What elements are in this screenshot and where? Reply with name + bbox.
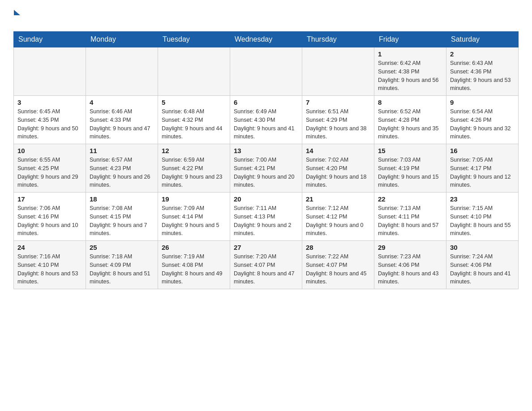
weekday-header-tuesday: Tuesday bbox=[158, 32, 230, 47]
day-info: Sunrise: 6:54 AMSunset: 4:26 PMDaylight:… bbox=[450, 107, 515, 141]
day-info: Sunrise: 6:48 AMSunset: 4:32 PMDaylight:… bbox=[162, 107, 226, 141]
calendar-day-cell: 26Sunrise: 7:19 AMSunset: 4:08 PMDayligh… bbox=[158, 241, 230, 289]
day-number: 2 bbox=[450, 50, 515, 58]
calendar-day-cell: 14Sunrise: 7:02 AMSunset: 4:20 PMDayligh… bbox=[302, 144, 374, 193]
weekday-header-sunday: Sunday bbox=[14, 32, 86, 47]
calendar-day-cell: 20Sunrise: 7:11 AMSunset: 4:13 PMDayligh… bbox=[230, 193, 302, 241]
day-number: 3 bbox=[17, 98, 82, 106]
day-info: Sunrise: 7:13 AMSunset: 4:11 PMDaylight:… bbox=[378, 204, 442, 238]
logo bbox=[13, 9, 20, 27]
calendar-day-cell: 3Sunrise: 6:45 AMSunset: 4:35 PMDaylight… bbox=[14, 96, 86, 144]
day-info: Sunrise: 7:06 AMSunset: 4:16 PMDaylight:… bbox=[17, 204, 82, 238]
calendar-day-cell: 4Sunrise: 6:46 AMSunset: 4:33 PMDaylight… bbox=[86, 96, 158, 144]
day-info: Sunrise: 6:57 AMSunset: 4:23 PMDaylight:… bbox=[90, 156, 154, 189]
calendar-day-cell: 11Sunrise: 6:57 AMSunset: 4:23 PMDayligh… bbox=[86, 144, 158, 193]
day-info: Sunrise: 6:46 AMSunset: 4:33 PMDaylight:… bbox=[90, 107, 154, 141]
calendar-table: SundayMondayTuesdayWednesdayThursdayFrid… bbox=[13, 31, 519, 289]
weekday-header-thursday: Thursday bbox=[302, 32, 374, 47]
day-number: 14 bbox=[306, 147, 370, 154]
day-number: 30 bbox=[450, 244, 515, 251]
day-number: 12 bbox=[162, 147, 226, 154]
calendar-week-row: 24Sunrise: 7:16 AMSunset: 4:10 PMDayligh… bbox=[14, 241, 519, 289]
day-number: 18 bbox=[90, 195, 154, 203]
day-number: 15 bbox=[378, 147, 442, 154]
day-info: Sunrise: 6:52 AMSunset: 4:28 PMDaylight:… bbox=[378, 107, 442, 141]
day-number: 16 bbox=[450, 147, 515, 154]
day-info: Sunrise: 6:59 AMSunset: 4:22 PMDaylight:… bbox=[162, 156, 226, 189]
calendar-day-cell: 6Sunrise: 6:49 AMSunset: 4:30 PMDaylight… bbox=[230, 96, 302, 144]
weekday-header-saturday: Saturday bbox=[446, 32, 519, 47]
day-number: 13 bbox=[234, 147, 298, 154]
calendar-day-cell bbox=[302, 47, 374, 96]
calendar-day-cell: 12Sunrise: 6:59 AMSunset: 4:22 PMDayligh… bbox=[158, 144, 230, 193]
weekday-header-row: SundayMondayTuesdayWednesdayThursdayFrid… bbox=[14, 32, 519, 47]
day-info: Sunrise: 7:09 AMSunset: 4:14 PMDaylight:… bbox=[162, 204, 226, 238]
calendar-day-cell: 25Sunrise: 7:18 AMSunset: 4:09 PMDayligh… bbox=[86, 241, 158, 289]
calendar-week-row: 10Sunrise: 6:55 AMSunset: 4:25 PMDayligh… bbox=[14, 144, 519, 193]
calendar-week-row: 1Sunrise: 6:42 AMSunset: 4:38 PMDaylight… bbox=[14, 47, 519, 96]
day-number: 29 bbox=[378, 244, 442, 251]
calendar-day-cell: 30Sunrise: 7:24 AMSunset: 4:06 PMDayligh… bbox=[446, 241, 519, 289]
day-info: Sunrise: 7:15 AMSunset: 4:10 PMDaylight:… bbox=[450, 204, 515, 238]
day-number: 22 bbox=[378, 195, 442, 203]
calendar-week-row: 17Sunrise: 7:06 AMSunset: 4:16 PMDayligh… bbox=[14, 193, 519, 241]
logo-arrow-icon bbox=[14, 10, 20, 15]
day-info: Sunrise: 7:03 AMSunset: 4:19 PMDaylight:… bbox=[378, 156, 442, 189]
calendar-day-cell: 7Sunrise: 6:51 AMSunset: 4:29 PMDaylight… bbox=[302, 96, 374, 144]
weekday-header-monday: Monday bbox=[86, 32, 158, 47]
day-info: Sunrise: 7:11 AMSunset: 4:13 PMDaylight:… bbox=[234, 204, 298, 238]
day-number: 4 bbox=[90, 98, 154, 106]
page-header bbox=[13, 9, 519, 27]
calendar-day-cell: 27Sunrise: 7:20 AMSunset: 4:07 PMDayligh… bbox=[230, 241, 302, 289]
day-number: 24 bbox=[17, 244, 82, 251]
day-info: Sunrise: 6:42 AMSunset: 4:38 PMDaylight:… bbox=[378, 59, 442, 93]
day-number: 10 bbox=[17, 147, 82, 154]
day-info: Sunrise: 7:20 AMSunset: 4:07 PMDaylight:… bbox=[234, 253, 298, 286]
day-number: 1 bbox=[378, 50, 442, 58]
calendar-day-cell: 21Sunrise: 7:12 AMSunset: 4:12 PMDayligh… bbox=[302, 193, 374, 241]
calendar-day-cell: 24Sunrise: 7:16 AMSunset: 4:10 PMDayligh… bbox=[14, 241, 86, 289]
calendar-day-cell: 15Sunrise: 7:03 AMSunset: 4:19 PMDayligh… bbox=[374, 144, 446, 193]
day-info: Sunrise: 7:16 AMSunset: 4:10 PMDaylight:… bbox=[17, 253, 82, 286]
day-number: 8 bbox=[378, 98, 442, 106]
calendar-day-cell: 16Sunrise: 7:05 AMSunset: 4:17 PMDayligh… bbox=[446, 144, 519, 193]
day-number: 27 bbox=[234, 244, 298, 251]
calendar-day-cell: 28Sunrise: 7:22 AMSunset: 4:07 PMDayligh… bbox=[302, 241, 374, 289]
day-info: Sunrise: 7:24 AMSunset: 4:06 PMDaylight:… bbox=[450, 253, 515, 286]
day-info: Sunrise: 6:43 AMSunset: 4:36 PMDaylight:… bbox=[450, 59, 515, 93]
calendar-day-cell: 5Sunrise: 6:48 AMSunset: 4:32 PMDaylight… bbox=[158, 96, 230, 144]
day-info: Sunrise: 7:18 AMSunset: 4:09 PMDaylight:… bbox=[90, 253, 154, 286]
calendar-day-cell: 2Sunrise: 6:43 AMSunset: 4:36 PMDaylight… bbox=[446, 47, 519, 96]
calendar-day-cell bbox=[14, 47, 86, 96]
day-number: 19 bbox=[162, 195, 226, 203]
day-info: Sunrise: 6:45 AMSunset: 4:35 PMDaylight:… bbox=[17, 107, 82, 141]
day-number: 25 bbox=[90, 244, 154, 251]
calendar-day-cell: 13Sunrise: 7:00 AMSunset: 4:21 PMDayligh… bbox=[230, 144, 302, 193]
day-number: 5 bbox=[162, 98, 226, 106]
calendar-day-cell bbox=[158, 47, 230, 96]
calendar-day-cell: 18Sunrise: 7:08 AMSunset: 4:15 PMDayligh… bbox=[86, 193, 158, 241]
day-number: 20 bbox=[234, 195, 298, 203]
calendar-day-cell: 19Sunrise: 7:09 AMSunset: 4:14 PMDayligh… bbox=[158, 193, 230, 241]
day-info: Sunrise: 7:19 AMSunset: 4:08 PMDaylight:… bbox=[162, 253, 226, 286]
day-info: Sunrise: 7:12 AMSunset: 4:12 PMDaylight:… bbox=[306, 204, 370, 238]
day-info: Sunrise: 6:55 AMSunset: 4:25 PMDaylight:… bbox=[17, 156, 82, 189]
day-info: Sunrise: 7:23 AMSunset: 4:06 PMDaylight:… bbox=[378, 253, 442, 286]
day-number: 9 bbox=[450, 98, 515, 106]
calendar-day-cell: 17Sunrise: 7:06 AMSunset: 4:16 PMDayligh… bbox=[14, 193, 86, 241]
calendar-day-cell: 23Sunrise: 7:15 AMSunset: 4:10 PMDayligh… bbox=[446, 193, 519, 241]
day-info: Sunrise: 6:49 AMSunset: 4:30 PMDaylight:… bbox=[234, 107, 298, 141]
day-number: 21 bbox=[306, 195, 370, 203]
weekday-header-friday: Friday bbox=[374, 32, 446, 47]
day-number: 11 bbox=[90, 147, 154, 154]
calendar-day-cell: 1Sunrise: 6:42 AMSunset: 4:38 PMDaylight… bbox=[374, 47, 446, 96]
day-info: Sunrise: 7:02 AMSunset: 4:20 PMDaylight:… bbox=[306, 156, 370, 189]
day-number: 17 bbox=[17, 195, 82, 203]
calendar-day-cell bbox=[86, 47, 158, 96]
day-info: Sunrise: 7:00 AMSunset: 4:21 PMDaylight:… bbox=[234, 156, 298, 189]
day-number: 26 bbox=[162, 244, 226, 251]
day-number: 23 bbox=[450, 195, 515, 203]
calendar-day-cell bbox=[230, 47, 302, 96]
calendar-day-cell: 29Sunrise: 7:23 AMSunset: 4:06 PMDayligh… bbox=[374, 241, 446, 289]
day-info: Sunrise: 7:22 AMSunset: 4:07 PMDaylight:… bbox=[306, 253, 370, 286]
